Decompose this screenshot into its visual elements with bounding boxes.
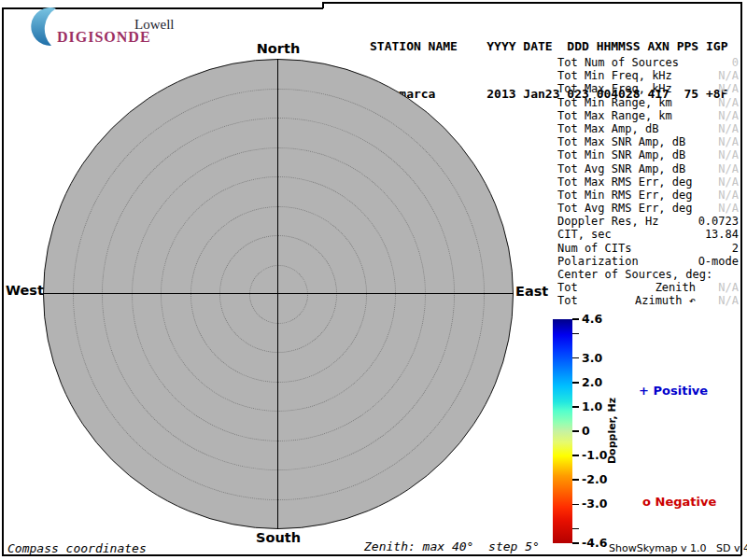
plus-marker-icon: + bbox=[639, 384, 649, 398]
compass-label-east: East bbox=[515, 284, 548, 299]
window-border bbox=[322, 2, 324, 8]
stats-value: 13.84 bbox=[705, 228, 739, 241]
stats-label: Polarization bbox=[557, 255, 639, 268]
compass-label-north: North bbox=[233, 41, 323, 56]
stats-row: Tot Min SNR Amp, dBN/A bbox=[557, 148, 739, 161]
colorbar-tick bbox=[572, 318, 579, 319]
colorbar-tick bbox=[572, 479, 579, 480]
stats-label: Tot Max Range, km bbox=[557, 109, 672, 122]
colorbar-tick-label: -1.0 bbox=[582, 448, 607, 462]
window-border bbox=[322, 2, 741, 4]
stats-label: Tot Max Amp, dB bbox=[557, 122, 658, 135]
colorbar-tick-label: -2.0 bbox=[582, 472, 607, 486]
stats-label: Tot bbox=[557, 281, 578, 294]
stats-row: Tot Max SNR Amp, dBN/A bbox=[557, 135, 739, 148]
stats-panel: Tot Num of Sources0Tot Min Freq, kHzN/AT… bbox=[557, 56, 739, 308]
compass-label-west: West bbox=[6, 283, 41, 298]
colorbar-tick bbox=[572, 357, 579, 358]
stats-row: Tot Max Range, kmN/A bbox=[557, 109, 739, 122]
legend-negative: o Negative bbox=[626, 481, 716, 523]
stats-value: N/A bbox=[718, 109, 739, 122]
stats-value: N/A bbox=[718, 122, 739, 135]
stats-label: Center of Sources, deg: bbox=[557, 268, 712, 281]
stats-value: N/A bbox=[718, 148, 739, 161]
colorbar-tick bbox=[572, 504, 579, 505]
colorbar-tick-label: 1.0 bbox=[582, 399, 602, 413]
colorbar-tick-label: 2.0 bbox=[582, 375, 602, 389]
logo-digisonde-text: DIGISONDE bbox=[57, 29, 151, 46]
colorbar-tick-label: 3.0 bbox=[582, 351, 602, 365]
colorbar-tick-label: -3.0 bbox=[582, 497, 607, 511]
colorbar-tick-label: 4.6 bbox=[582, 312, 602, 326]
legend-positive: + Positive bbox=[622, 370, 708, 412]
stats-value: 0 bbox=[732, 56, 739, 69]
legend-positive-label: Positive bbox=[654, 384, 709, 398]
colorbar-tick bbox=[572, 333, 579, 334]
stats-label: Tot Avg SNR Amp, dB bbox=[557, 162, 685, 175]
colorbar-axis-title: Doppler, Hz bbox=[606, 380, 618, 483]
colorbar-tick bbox=[572, 528, 579, 529]
stats-label: Tot Max SNR Amp, dB bbox=[557, 135, 685, 148]
stats-label: Tot Avg RMS Err, deg bbox=[557, 202, 693, 215]
stats-value: N/A bbox=[718, 281, 739, 294]
stats-row: Tot Min Freq, kHzN/A bbox=[557, 69, 739, 82]
circle-marker-icon: o bbox=[642, 495, 651, 509]
doppler-colorbar bbox=[553, 319, 572, 543]
stats-row: Center of Sources, deg: bbox=[557, 268, 739, 281]
colorbar-tick bbox=[572, 430, 579, 431]
stats-value: N/A bbox=[718, 202, 739, 215]
skymap-horizontal-axis bbox=[43, 293, 514, 294]
stats-label: Tot Min RMS Err, deg bbox=[557, 189, 693, 202]
stats-value: N/A bbox=[718, 82, 739, 95]
stats-mid-label: Zenith bbox=[655, 281, 696, 294]
stats-mid-label: Azimuth ↶ bbox=[635, 294, 696, 307]
legend-negative-label: Negative bbox=[655, 495, 717, 509]
stats-label: Tot Num of Sources bbox=[557, 56, 679, 69]
stats-value: N/A bbox=[718, 69, 739, 82]
stats-row: Tot Num of Sources0 bbox=[557, 56, 739, 69]
version-label: ShowSkymap v 1.0 SD v 4.2 bbox=[609, 542, 747, 554]
colorbar-tick bbox=[572, 542, 579, 543]
stats-label: Tot bbox=[557, 294, 578, 307]
stats-value: N/A bbox=[718, 135, 739, 148]
stats-row: Tot Max RMS Err, degN/A bbox=[557, 175, 739, 189]
stats-value: N/A bbox=[718, 189, 739, 202]
window-border bbox=[740, 2, 742, 555]
stats-row: CIT, sec13.84 bbox=[557, 228, 739, 241]
stats-label: Tot Min Range, km bbox=[557, 96, 672, 109]
stats-value: N/A bbox=[718, 162, 739, 175]
stats-label: Tot Min SNR Amp, dB bbox=[557, 148, 685, 161]
stats-row: Tot Avg SNR Amp, dBN/A bbox=[557, 162, 739, 175]
colorbar-tick-label: 0 bbox=[582, 424, 590, 438]
station-header-columns: STATION NAME YYYY DATE DDD HHMMSS AXN PP… bbox=[370, 38, 728, 54]
stats-value: 2 bbox=[732, 242, 739, 255]
colorbar-tick-label: -4.6 bbox=[582, 536, 607, 550]
stats-value: N/A bbox=[718, 175, 739, 189]
colorbar-tick bbox=[572, 455, 579, 455]
stats-label: Tot Max Freq, kHz bbox=[557, 82, 672, 95]
colorbar-tick bbox=[572, 382, 579, 383]
stats-label: CIT, sec bbox=[557, 228, 612, 241]
stats-value: 0.0723 bbox=[698, 215, 739, 228]
stats-row: Tot Avg RMS Err, degN/A bbox=[557, 202, 739, 215]
stats-row: Tot Max Amp, dBN/A bbox=[557, 122, 739, 135]
colorbar-tick bbox=[572, 406, 579, 407]
showskymap-window: Lowell DIGISONDE STATION NAME YYYY DATE … bbox=[0, 0, 747, 560]
stats-value: N/A bbox=[718, 294, 739, 307]
window-border bbox=[2, 7, 4, 555]
stats-row: Tot Max Freq, kHzN/A bbox=[557, 82, 739, 95]
stats-label: Tot Min Freq, kHz bbox=[557, 69, 672, 82]
stats-value: N/A bbox=[718, 96, 739, 109]
stats-value: O-mode bbox=[698, 255, 739, 268]
stats-row: Doppler Res, Hz0.0723 bbox=[557, 215, 739, 228]
compass-label-south: South bbox=[233, 530, 323, 545]
stats-row: Num of CITs2 bbox=[557, 242, 739, 255]
stats-row: PolarizationO-mode bbox=[557, 255, 739, 268]
stats-row: TotZenithN/A bbox=[557, 281, 739, 294]
stats-row: Tot Min RMS Err, degN/A bbox=[557, 189, 739, 202]
stats-label: Tot Max RMS Err, deg bbox=[557, 175, 693, 189]
stats-row: Tot Min Range, kmN/A bbox=[557, 96, 739, 109]
zenith-range-label: Zenith: max 40° step 5° bbox=[364, 539, 540, 553]
stats-label: Num of CITs bbox=[557, 242, 631, 255]
stats-row: TotAzimuth ↶N/A bbox=[557, 294, 739, 307]
